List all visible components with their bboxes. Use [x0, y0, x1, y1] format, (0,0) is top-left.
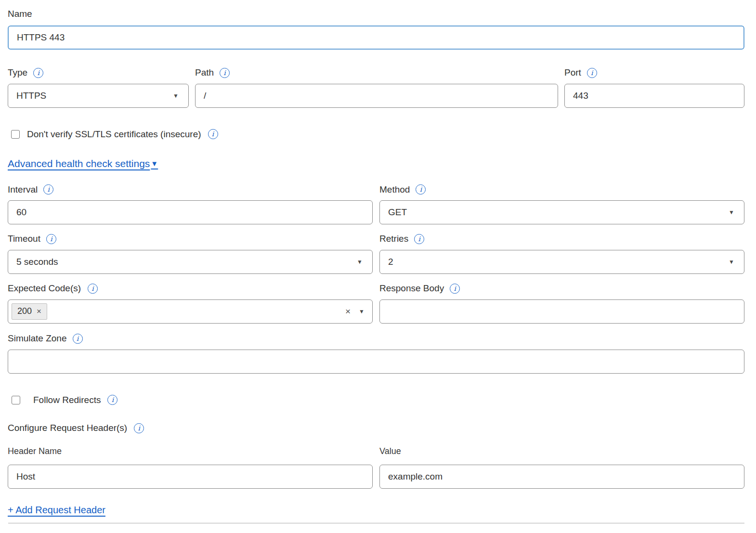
section-divider	[8, 523, 744, 523]
type-label-row: Type i	[8, 67, 189, 78]
advanced-settings-label: Advanced health check settings	[8, 158, 150, 169]
tag-remove-icon[interactable]: ×	[37, 307, 41, 315]
type-label: Type	[8, 67, 27, 78]
path-label: Path	[195, 67, 214, 78]
method-select-value: GET	[388, 207, 407, 218]
method-select[interactable]: GET ▼	[379, 200, 744, 224]
verify-ssl-info-icon[interactable]: i	[208, 129, 218, 139]
simulate-zone-input[interactable]	[8, 350, 744, 374]
expected-codes-label-row: Expected Code(s) i	[8, 283, 373, 294]
timeout-label: Timeout	[8, 234, 40, 245]
timeout-label-row: Timeout i	[8, 234, 373, 245]
header-row	[8, 465, 744, 489]
configure-headers-label-row: Configure Request Header(s) i	[8, 423, 744, 434]
timeout-info-icon[interactable]: i	[46, 234, 56, 244]
verify-ssl-checkbox[interactable]	[11, 130, 20, 139]
path-input[interactable]	[195, 84, 558, 108]
response-body-input[interactable]	[379, 299, 744, 324]
health-check-form: Name Type i HTTPS ▼ Path i Port i	[8, 9, 744, 523]
chevron-down-icon: ▼	[729, 259, 734, 265]
add-request-header-link[interactable]: + Add Request Header	[8, 505, 105, 515]
type-select[interactable]: HTTPS ▼	[8, 84, 189, 108]
path-info-icon[interactable]: i	[220, 68, 230, 78]
interval-info-icon[interactable]: i	[43, 184, 53, 195]
code-tag: 200 ×	[12, 303, 47, 320]
response-body-label: Response Body	[379, 283, 444, 294]
header-value-column-label: Value	[379, 446, 744, 456]
follow-redirects-checkbox[interactable]	[12, 396, 20, 404]
port-info-icon[interactable]: i	[587, 68, 597, 78]
expected-codes-multiselect[interactable]: 200 × × ▼	[8, 299, 373, 324]
simulate-zone-label: Simulate Zone	[8, 333, 67, 344]
timeout-select[interactable]: 5 seconds ▼	[8, 250, 373, 274]
response-body-label-row: Response Body i	[379, 283, 744, 294]
header-name-column-label: Header Name	[8, 446, 373, 456]
type-path-port-row: Type i HTTPS ▼ Path i Port i	[8, 67, 744, 108]
follow-redirects-info-icon[interactable]: i	[107, 395, 117, 405]
response-body-info-icon[interactable]: i	[450, 284, 460, 294]
method-label: Method	[379, 184, 410, 195]
name-input[interactable]	[8, 26, 744, 50]
simulate-zone-label-row: Simulate Zone i	[8, 333, 744, 344]
chevron-down-icon: ▼	[729, 209, 734, 215]
header-columns-row: Header Name Value	[8, 446, 744, 465]
advanced-settings-link[interactable]: Advanced health check settings▼	[8, 158, 158, 169]
method-info-icon[interactable]: i	[416, 184, 426, 195]
port-label: Port	[564, 67, 581, 78]
code-tag-value: 200	[17, 306, 32, 316]
verify-ssl-row: Don't verify SSL/TLS certificates (insec…	[8, 129, 744, 140]
configure-headers-info-icon[interactable]: i	[134, 423, 144, 433]
retries-info-icon[interactable]: i	[414, 234, 424, 244]
configure-headers-label: Configure Request Header(s)	[8, 423, 127, 434]
header-value-input[interactable]	[379, 465, 744, 489]
interval-label: Interval	[8, 184, 38, 195]
chevron-down-icon[interactable]: ▼	[359, 309, 365, 314]
clear-all-icon[interactable]: ×	[345, 307, 351, 316]
expected-codes-label: Expected Code(s)	[8, 283, 81, 294]
chevron-down-icon: ▼	[173, 93, 179, 99]
name-label-row: Name	[8, 9, 744, 20]
simulate-zone-info-icon[interactable]: i	[73, 334, 83, 344]
retries-select-value: 2	[388, 257, 393, 267]
retries-label-row: Retries i	[379, 234, 744, 245]
follow-redirects-label: Follow Redirects	[33, 395, 101, 405]
port-label-row: Port i	[564, 67, 744, 78]
path-label-row: Path i	[195, 67, 558, 78]
caret-down-icon: ▼	[151, 159, 158, 168]
interval-input[interactable]	[8, 200, 373, 224]
chevron-down-icon: ▼	[357, 259, 363, 265]
port-input[interactable]	[564, 84, 744, 108]
codes-body-row: Expected Code(s) i 200 × × ▼ Response Bo…	[8, 283, 744, 324]
header-name-input[interactable]	[8, 465, 373, 489]
timeout-select-value: 5 seconds	[16, 257, 58, 267]
name-label: Name	[8, 9, 32, 20]
interval-method-row: Interval i Method i GET ▼	[8, 184, 744, 225]
type-select-value: HTTPS	[16, 91, 46, 101]
expected-codes-info-icon[interactable]: i	[88, 284, 98, 294]
follow-redirects-row: Follow Redirects i	[8, 395, 744, 405]
verify-ssl-label: Don't verify SSL/TLS certificates (insec…	[27, 129, 201, 140]
timeout-retries-row: Timeout i 5 seconds ▼ Retries i 2 ▼	[8, 234, 744, 274]
type-info-icon[interactable]: i	[33, 68, 43, 78]
method-label-row: Method i	[379, 184, 744, 195]
retries-select[interactable]: 2 ▼	[379, 250, 744, 274]
interval-label-row: Interval i	[8, 184, 373, 195]
retries-label: Retries	[379, 234, 408, 245]
